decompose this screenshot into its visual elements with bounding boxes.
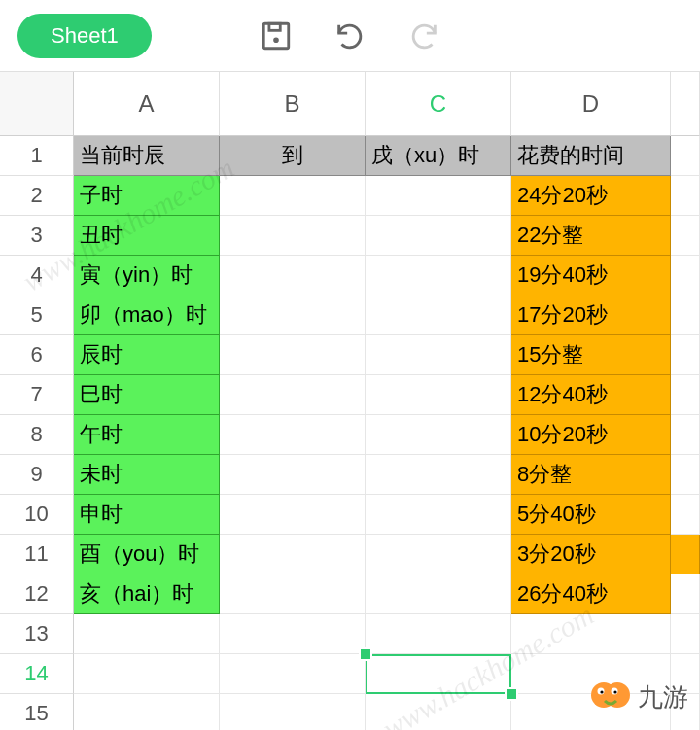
row-header-12[interactable]: 12 [0,574,74,614]
row-header-4[interactable]: 4 [0,256,74,295]
cell-C14[interactable] [366,654,511,694]
cell-D10[interactable]: 5分40秒 [511,495,671,535]
sheet-tab[interactable]: Sheet1 [18,14,152,58]
cell-A6[interactable]: 辰时 [74,335,220,375]
cell-C7[interactable] [366,375,511,415]
cell-A14[interactable] [74,654,220,694]
cell-A5[interactable]: 卯（mao）时 [74,295,220,335]
cell-B7[interactable] [220,375,366,415]
cell-E8[interactable] [671,415,700,455]
cell-D13[interactable] [511,614,671,654]
cell-A1[interactable]: 当前时辰 [74,136,220,176]
cell-D7[interactable]: 12分40秒 [511,375,671,415]
undo-icon[interactable] [332,18,368,53]
cell-C4[interactable] [366,256,511,295]
col-header-E[interactable] [671,72,700,136]
save-icon[interactable] [259,18,294,53]
cell-B15[interactable] [220,694,366,730]
row-header-11[interactable]: 11 [0,535,74,574]
cell-C12[interactable] [366,574,511,614]
cell-C11[interactable] [366,535,511,574]
cell-D9[interactable]: 8分整 [511,455,671,495]
cell-B13[interactable] [220,614,366,654]
row-header-15[interactable]: 15 [0,694,74,730]
cell-A10[interactable]: 申时 [74,495,220,535]
row-header-9[interactable]: 9 [0,455,74,495]
cell-A11[interactable]: 酉（you）时 [74,535,220,574]
cell-B5[interactable] [220,295,366,335]
cell-A8[interactable]: 午时 [74,415,220,455]
cell-B3[interactable] [220,216,366,256]
cell-C13[interactable] [366,614,511,654]
row-header-14[interactable]: 14 [0,654,74,694]
cell-E11[interactable] [671,535,700,574]
redo-icon [406,18,441,53]
cell-B6[interactable] [220,335,366,375]
row-header-1[interactable]: 1 [0,136,74,176]
cell-B10[interactable] [220,495,366,535]
cell-E1[interactable] [671,136,700,176]
svg-point-2 [274,38,277,41]
selection-handle-br[interactable] [505,687,518,701]
cell-E10[interactable] [671,495,700,535]
cell-A15[interactable] [74,694,220,730]
cell-C5[interactable] [366,295,511,335]
cell-B9[interactable] [220,455,366,495]
cell-E2[interactable] [671,176,700,216]
select-all-corner[interactable] [0,72,74,136]
row-header-8[interactable]: 8 [0,415,74,455]
cell-A4[interactable]: 寅（yin）时 [74,256,220,295]
cell-D12[interactable]: 26分40秒 [511,574,671,614]
row-header-3[interactable]: 3 [0,216,74,256]
cell-D8[interactable]: 10分20秒 [511,415,671,455]
cell-B12[interactable] [220,574,366,614]
col-header-A[interactable]: A [74,72,220,136]
cell-D1[interactable]: 花费的时间 [511,136,671,176]
cell-E7[interactable] [671,375,700,415]
cell-A3[interactable]: 丑时 [74,216,220,256]
col-header-C[interactable]: C [366,72,511,136]
cell-E12[interactable] [671,574,700,614]
row-header-7[interactable]: 7 [0,375,74,415]
cell-C9[interactable] [366,455,511,495]
cell-C6[interactable] [366,335,511,375]
cell-D2[interactable]: 24分20秒 [511,176,671,216]
cell-D3[interactable]: 22分整 [511,216,671,256]
cell-E9[interactable] [671,455,700,495]
cell-C1[interactable]: 戌（xu）时 [366,136,511,176]
cell-D6[interactable]: 15分整 [511,335,671,375]
cell-A9[interactable]: 未时 [74,455,220,495]
cell-E4[interactable] [671,256,700,295]
row-header-6[interactable]: 6 [0,335,74,375]
cell-B8[interactable] [220,415,366,455]
row-header-10[interactable]: 10 [0,495,74,535]
selection-handle-tl[interactable] [359,647,372,661]
cell-E13[interactable] [671,614,700,654]
cell-C2[interactable] [366,176,511,216]
cell-D11[interactable]: 3分20秒 [511,535,671,574]
cell-A13[interactable] [74,614,220,654]
col-header-B[interactable]: B [220,72,366,136]
cell-C15[interactable] [366,694,511,730]
cell-B11[interactable] [220,535,366,574]
cell-C3[interactable] [366,216,511,256]
cell-A7[interactable]: 巳时 [74,375,220,415]
cell-C8[interactable] [366,415,511,455]
cell-B14[interactable] [220,654,366,694]
row-header-13[interactable]: 13 [0,614,74,654]
cell-B1[interactable]: 到 [220,136,366,176]
cell-A12[interactable]: 亥（hai）时 [74,574,220,614]
cell-D4[interactable]: 19分40秒 [511,256,671,295]
cell-C10[interactable] [366,495,511,535]
col-header-D[interactable]: D [511,72,671,136]
cell-D5[interactable]: 17分20秒 [511,295,671,335]
spreadsheet[interactable]: A B C D 123456789101112131415 当前时辰到戌（xu）… [0,72,700,730]
cell-B2[interactable] [220,176,366,216]
cell-E6[interactable] [671,335,700,375]
cell-E5[interactable] [671,295,700,335]
cell-E3[interactable] [671,216,700,256]
row-header-2[interactable]: 2 [0,176,74,216]
cell-A2[interactable]: 子时 [74,176,220,216]
row-header-5[interactable]: 5 [0,295,74,335]
cell-B4[interactable] [220,256,366,295]
